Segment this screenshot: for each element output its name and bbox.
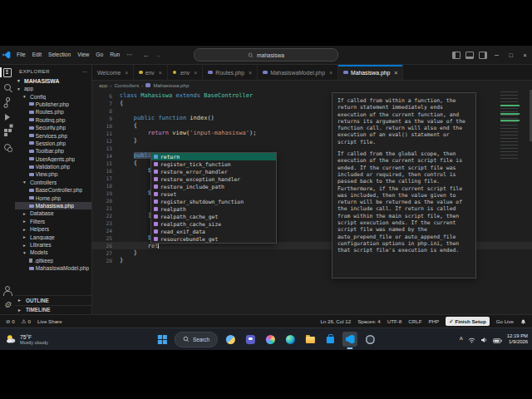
widgets-taskbar-button[interactable]	[223, 332, 238, 347]
problems-errors[interactable]: ⊘0	[2, 315, 18, 328]
close-icon[interactable]: ×	[194, 70, 197, 76]
close-icon[interactable]: ×	[125, 70, 128, 76]
section-outline[interactable]: ▸OUTLINE	[15, 295, 91, 305]
close-icon[interactable]: ×	[249, 70, 252, 76]
tab-env[interactable]: env×	[134, 65, 168, 80]
folder-language[interactable]: ▸Language	[15, 233, 91, 240]
minimize-button[interactable]: ─	[490, 52, 504, 58]
close-icon[interactable]: ×	[394, 70, 397, 76]
toggle-panel-icon[interactable]	[466, 52, 474, 59]
close-icon[interactable]: ×	[159, 70, 162, 76]
volume-icon[interactable]	[480, 332, 488, 347]
eol-sequence[interactable]: CRLF	[405, 315, 425, 328]
suggestion-restore-error-handler[interactable]: restore_error_handler	[151, 168, 276, 175]
menu-go[interactable]: Go	[92, 52, 106, 58]
suggestion-realpath-cache-size[interactable]: realpath_cache_size	[151, 220, 276, 228]
battery-icon[interactable]	[493, 332, 502, 347]
file-services-php[interactable]: Services.php	[15, 131, 91, 139]
go-live[interactable]: Go Live	[493, 315, 517, 328]
menu-view[interactable]: View	[74, 52, 92, 58]
explorer-actions-icon[interactable]: ⋯	[81, 68, 87, 74]
breadcrumb-app[interactable]: app	[99, 82, 107, 88]
code-editor[interactable]: 6class Mahasiswa extends BaseController7…	[92, 90, 532, 314]
breadcrumb-controllers[interactable]: Controllers	[114, 82, 139, 88]
folder-libraries[interactable]: ▸Libraries	[15, 241, 91, 249]
file-validation-php[interactable]: Validation.php	[15, 163, 91, 170]
section-timeline[interactable]: ▸TIMELINE	[15, 305, 91, 315]
suggestion-register-tick-function[interactable]: register_tick_function	[151, 160, 276, 168]
suggestion-restore-include-path[interactable]: restore_include_path	[151, 183, 276, 190]
suggestion-restore-exception-handler[interactable]: restore_exception_handler	[151, 175, 276, 183]
folder-config[interactable]: ▾Config	[15, 92, 91, 100]
explorer-icon[interactable]	[0, 65, 15, 80]
menu-edit[interactable]: Edit	[29, 52, 45, 58]
toggle-primary-sidebar-icon[interactable]	[452, 52, 461, 59]
file-gitkeep[interactable]: .gitkeep	[15, 257, 91, 264]
suggestion-realpath-cache-get[interactable]: realpath_cache_get	[151, 213, 276, 220]
suggestion-resourcebundle-get[interactable]: resourcebundle_get	[151, 235, 276, 243]
folder-app[interactable]: ▾app	[15, 85, 91, 92]
file-routes-php[interactable]: Routes.php	[15, 108, 91, 116]
live-share-icon[interactable]	[0, 140, 15, 155]
menu-file[interactable]: File	[13, 52, 29, 58]
copilot-taskbar-button[interactable]	[263, 332, 278, 347]
run-and-debug-icon[interactable]	[0, 110, 15, 125]
store-taskbar-button[interactable]	[323, 332, 337, 347]
taskbar-clock[interactable]: 12:19 PM 1/9/2026	[507, 333, 528, 345]
settings-icon[interactable]: ⚙	[0, 298, 15, 313]
tab-routes-php[interactable]: Routes.php×	[203, 65, 258, 80]
wifi-icon[interactable]	[468, 332, 475, 347]
chat-taskbar-button[interactable]	[243, 332, 258, 347]
command-center-search[interactable]: mahasiswa	[194, 48, 338, 62]
workspace-root-folder[interactable]: ▾ MAHASISWA	[15, 76, 91, 85]
toggle-secondary-sidebar-icon[interactable]	[479, 52, 487, 59]
file-session-php[interactable]: Session.php	[15, 140, 91, 147]
indentation[interactable]: Spaces: 4	[354, 315, 384, 328]
file-basecontroller-php[interactable]: BaseController.php	[15, 186, 91, 194]
live-share[interactable]: Live Share	[34, 315, 66, 328]
file-home-php[interactable]: Home.php	[15, 194, 91, 201]
forward-icon[interactable]: →	[155, 52, 161, 59]
screen-recorder-taskbar-button[interactable]	[362, 332, 377, 347]
file-mahasiswa-php[interactable]: Mahasiswa.php	[15, 202, 91, 209]
file-mahasiswamodel-php[interactable]: MahasiswaModel.php	[15, 264, 91, 272]
close-button[interactable]: ×	[518, 52, 532, 58]
file-security-php[interactable]: Security.php	[15, 124, 91, 131]
folder-filters[interactable]: ▸Filters	[15, 218, 91, 225]
back-icon[interactable]: ←	[143, 52, 150, 59]
tab-mahasiswamodel-php[interactable]: MahasiswaModel.php×	[258, 65, 338, 80]
suggestion-return[interactable]: return	[151, 153, 276, 160]
suggestion-reset[interactable]: reset	[151, 190, 276, 198]
taskbar-search[interactable]: Search	[175, 332, 218, 347]
encoding[interactable]: UTF-8	[384, 315, 406, 328]
close-icon[interactable]: ×	[329, 70, 332, 76]
weather-widget[interactable]: 75°F Mostly cloudy	[5, 328, 48, 350]
start-taskbar-button[interactable]	[155, 332, 170, 347]
tab-welcome[interactable]: Welcome×	[92, 65, 134, 80]
breadcrumb-mahasiswa-php[interactable]: Mahasiswa.php	[153, 82, 189, 88]
suggestion-register-shutdown-function[interactable]: register_shutdown_function	[151, 198, 276, 205]
folder-helpers[interactable]: ▸Helpers	[15, 225, 91, 233]
file-view-php[interactable]: View.php	[15, 170, 91, 178]
account-icon[interactable]	[0, 283, 15, 298]
extensions-icon[interactable]	[0, 125, 15, 140]
folder-controllers[interactable]: ▾Controllers	[15, 179, 91, 186]
source-control-icon[interactable]	[0, 95, 15, 110]
search-icon[interactable]	[0, 80, 15, 95]
file-explorer-taskbar-button[interactable]	[303, 332, 318, 347]
menu-more[interactable]: ⋯	[123, 52, 135, 58]
suggestion-read-exif-data[interactable]: read_exif_data	[151, 228, 276, 235]
maximize-button[interactable]: □	[504, 52, 518, 58]
finish-setup[interactable]: ✓Finish Setup	[446, 317, 489, 326]
edge-taskbar-button[interactable]	[283, 332, 298, 347]
problems-warnings[interactable]: ⚠0	[18, 315, 34, 328]
suggestion-realpath[interactable]: realpath	[151, 205, 276, 213]
file-useragents-php[interactable]: UserAgents.php	[15, 155, 91, 163]
menu-selection[interactable]: Selection	[45, 52, 74, 58]
menu-run[interactable]: Run	[106, 52, 123, 58]
cursor-position[interactable]: Ln 26, Col 12	[317, 315, 354, 328]
vscode-taskbar-button[interactable]	[342, 332, 357, 347]
language-mode[interactable]: PHP	[425, 315, 442, 328]
minimap[interactable]	[500, 91, 529, 161]
hidden-icons-chevron-icon[interactable]: ^	[460, 337, 463, 342]
